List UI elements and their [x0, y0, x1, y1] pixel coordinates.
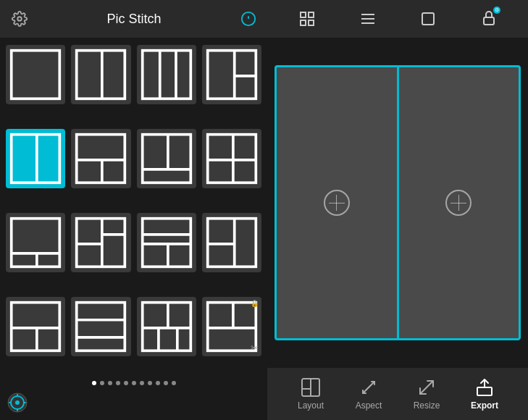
svg-rect-5: [309, 12, 314, 17]
toolbar-layout[interactable]: Layout: [289, 377, 332, 411]
svg-rect-16: [142, 51, 190, 99]
svg-rect-4: [301, 12, 306, 17]
lock-button[interactable]: ⚙: [480, 9, 498, 29]
layout-three-col[interactable]: [137, 45, 196, 104]
layout-custom[interactable]: ✂ 🔒: [202, 297, 261, 356]
layout-mosaic2[interactable]: [71, 213, 130, 272]
dot-7[interactable]: [140, 381, 144, 385]
dot-2[interactable]: [100, 381, 104, 385]
svg-point-63: [15, 400, 20, 405]
svg-point-0: [17, 17, 22, 21]
layout-three-row[interactable]: [71, 297, 130, 356]
header-right: ⚙: [268, 9, 528, 29]
header-left: Pic Stitch: [0, 11, 268, 27]
brand-icon: [6, 391, 29, 414]
svg-rect-66: [9, 402, 12, 403]
toolbar-export[interactable]: Export: [463, 377, 506, 411]
left-photo-slot[interactable]: [277, 67, 399, 338]
toolbar-aspect[interactable]: Aspect: [347, 377, 390, 411]
layout-bottom-bar[interactable]: [137, 129, 196, 188]
dot-8[interactable]: [148, 381, 152, 385]
menu-button[interactable]: [359, 10, 377, 28]
svg-rect-64: [17, 394, 18, 397]
main-content: ✂ 🔒: [0, 38, 528, 420]
resize-label: Resize: [414, 400, 440, 411]
layout-panel: ✂ 🔒: [0, 38, 267, 420]
svg-rect-6: [301, 20, 306, 25]
bottom-toolbar: Layout Aspect Resize: [267, 368, 528, 420]
dot-1[interactable]: [92, 381, 96, 385]
svg-rect-67: [23, 402, 26, 403]
layout-grid: ✂ 🔒: [6, 45, 261, 375]
dot-11[interactable]: [172, 381, 176, 385]
app-header: Pic Stitch: [0, 0, 528, 38]
layout-left-tall[interactable]: [6, 213, 65, 272]
layout-left-split[interactable]: [202, 213, 261, 272]
dot-6[interactable]: [132, 381, 136, 385]
preview-panel: Layout Aspect Resize: [267, 38, 528, 420]
frame-button[interactable]: [419, 10, 437, 28]
svg-rect-13: [12, 51, 60, 99]
left-crosshair: [324, 190, 350, 216]
layout-mosaic1[interactable]: [71, 129, 130, 188]
scissors-icon: ✂: [251, 343, 259, 353]
export-label: Export: [471, 400, 498, 411]
layout-mixed[interactable]: [137, 297, 196, 356]
aspect-label: Aspect: [356, 400, 382, 411]
grid-view-button[interactable]: [298, 10, 316, 28]
photo-canvas: [275, 65, 521, 340]
layout-right-split[interactable]: [202, 45, 261, 104]
layout-single[interactable]: [6, 45, 65, 104]
layout-bottom-two[interactable]: [137, 213, 196, 272]
svg-rect-65: [17, 408, 18, 411]
preview-area: [267, 38, 528, 368]
warning-button[interactable]: [240, 11, 256, 27]
left-bottom: [6, 388, 261, 414]
dot-4[interactable]: [116, 381, 120, 385]
svg-rect-12: [484, 17, 494, 25]
toolbar-resize[interactable]: Resize: [405, 377, 448, 411]
layout-label: Layout: [298, 400, 324, 411]
svg-rect-7: [309, 20, 314, 25]
dot-10[interactable]: [164, 381, 168, 385]
dot-3[interactable]: [108, 381, 112, 385]
pagination: [6, 375, 261, 388]
dot-9[interactable]: [156, 381, 160, 385]
svg-rect-71: [477, 387, 492, 395]
layout-four-grid[interactable]: [202, 129, 261, 188]
layout-bottom-left[interactable]: [6, 297, 65, 356]
settings-button[interactable]: [12, 11, 28, 27]
svg-rect-50: [77, 303, 125, 351]
right-crosshair: [445, 190, 472, 216]
app-title: Pic Stitch: [36, 12, 232, 27]
lock-badge: ⚙: [493, 7, 500, 14]
lock-small-icon: 🔒: [251, 300, 259, 307]
layout-two-col[interactable]: [71, 45, 130, 104]
dot-5[interactable]: [124, 381, 128, 385]
svg-rect-11: [422, 13, 434, 25]
layout-two-col-active[interactable]: [6, 129, 65, 188]
right-photo-slot[interactable]: [399, 67, 519, 338]
